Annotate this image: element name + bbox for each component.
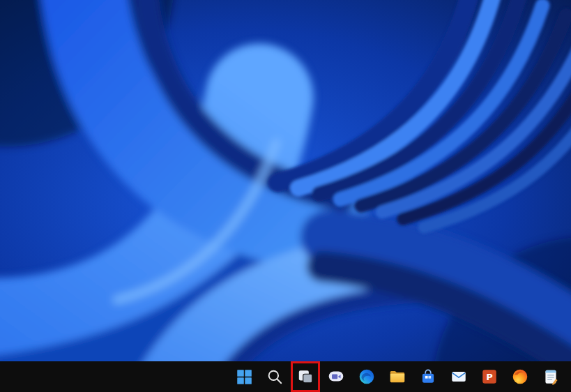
chat-button[interactable] [323, 364, 349, 389]
mail-icon [450, 368, 468, 386]
firefox-icon [511, 368, 529, 386]
taskbar: P [0, 361, 571, 392]
store-button[interactable] [416, 364, 441, 389]
notepad-icon [542, 368, 560, 386]
powerpoint-button[interactable]: P [477, 364, 502, 389]
bloom-wallpaper-graphic [0, 0, 571, 361]
start-button[interactable] [231, 364, 257, 389]
mail-button[interactable] [446, 364, 471, 389]
windows-start-icon [235, 368, 253, 386]
file-explorer-button[interactable] [385, 364, 410, 389]
store-icon [419, 368, 437, 386]
folder-icon [388, 368, 406, 386]
search-icon [266, 368, 284, 386]
powerpoint-icon: P [480, 368, 498, 386]
edge-icon [358, 368, 376, 386]
firefox-button[interactable] [508, 364, 533, 389]
task-view-button[interactable] [293, 364, 318, 389]
search-button[interactable] [262, 364, 287, 389]
desktop-wallpaper [0, 0, 571, 361]
notepad-button[interactable] [538, 364, 563, 389]
svg-text:P: P [486, 372, 493, 382]
edge-button[interactable] [354, 364, 379, 389]
chat-icon [327, 368, 345, 386]
windows-desktop: P [0, 0, 571, 392]
task-view-icon [296, 368, 314, 386]
